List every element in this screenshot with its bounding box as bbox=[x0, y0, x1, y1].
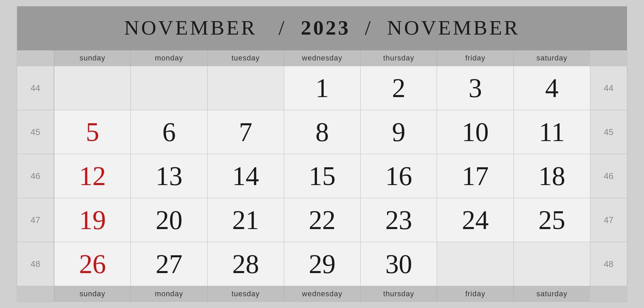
separator1: / bbox=[279, 16, 286, 39]
week-number-45-left: 45 bbox=[17, 110, 54, 154]
week-number-46-right: 46 bbox=[590, 154, 627, 198]
footer-thursday: thursday bbox=[360, 286, 437, 302]
day-cell-10[interactable]: 10 bbox=[437, 110, 513, 154]
calendar-grid: 44 1 2 3 4 44 45 5 6 7 8 9 10 11 45 46 1… bbox=[17, 66, 627, 286]
month-right: NOVEMBER bbox=[387, 16, 520, 39]
day-cell-16[interactable]: 16 bbox=[360, 154, 437, 198]
day-cell-6[interactable]: 6 bbox=[130, 110, 207, 154]
day-cell-26[interactable]: 26 bbox=[54, 242, 130, 286]
footer-friday: friday bbox=[437, 286, 513, 302]
header-wednesday: wednesday bbox=[284, 50, 360, 66]
day-cell-empty-sat[interactable] bbox=[514, 242, 590, 286]
day-cell-28[interactable]: 28 bbox=[207, 242, 284, 286]
header-saturday: saturday bbox=[514, 50, 590, 66]
week-row-48: 48 26 27 28 29 30 48 bbox=[17, 242, 627, 286]
day-cell-9[interactable]: 9 bbox=[360, 110, 437, 154]
week-row-46: 46 12 13 14 15 16 17 18 46 bbox=[17, 154, 627, 198]
week-header-spacer-right bbox=[590, 50, 627, 66]
day-cell-empty[interactable] bbox=[207, 66, 284, 110]
day-cell-29[interactable]: 29 bbox=[284, 242, 360, 286]
week-number-47-left: 47 bbox=[17, 198, 54, 242]
day-cell-13[interactable]: 13 bbox=[130, 154, 207, 198]
day-cell-25[interactable]: 25 bbox=[514, 198, 590, 242]
week-number-47-right: 47 bbox=[590, 198, 627, 242]
week-number-48-left: 48 bbox=[17, 242, 54, 286]
week-number-45-right: 45 bbox=[590, 110, 627, 154]
header-tuesday: tuesday bbox=[207, 50, 284, 66]
day-cell-18[interactable]: 18 bbox=[514, 154, 590, 198]
week-number-46-left: 46 bbox=[17, 154, 54, 198]
month-left: NOVEMBER bbox=[124, 16, 257, 39]
day-cell-12[interactable]: 12 bbox=[54, 154, 130, 198]
day-cell-20[interactable]: 20 bbox=[130, 198, 207, 242]
day-cell-7[interactable]: 7 bbox=[207, 110, 284, 154]
day-cell-empty-fri[interactable] bbox=[437, 242, 513, 286]
week-footer-spacer-left bbox=[17, 286, 54, 302]
week-number-44-right: 44 bbox=[590, 66, 627, 110]
day-cell-5[interactable]: 5 bbox=[54, 110, 130, 154]
header-sunday: sunday bbox=[54, 50, 130, 66]
day-cell-23[interactable]: 23 bbox=[360, 198, 437, 242]
footer-wednesday: wednesday bbox=[284, 286, 360, 302]
day-cell-empty[interactable] bbox=[54, 66, 130, 110]
day-cell-27[interactable]: 27 bbox=[130, 242, 207, 286]
day-cell-17[interactable]: 17 bbox=[437, 154, 513, 198]
calendar: NOVEMBER / 2023 / NOVEMBER sunday monday… bbox=[17, 6, 627, 302]
week-row-44: 44 1 2 3 4 44 bbox=[17, 66, 627, 110]
week-footer-spacer-right bbox=[590, 286, 627, 302]
week-row-45: 45 5 6 7 8 9 10 11 45 bbox=[17, 110, 627, 154]
week-number-44-left: 44 bbox=[17, 66, 54, 110]
week-number-48-right: 48 bbox=[590, 242, 627, 286]
day-cell-19[interactable]: 19 bbox=[54, 198, 130, 242]
day-cell-8[interactable]: 8 bbox=[284, 110, 360, 154]
day-cell-11[interactable]: 11 bbox=[514, 110, 590, 154]
day-cell-21[interactable]: 21 bbox=[207, 198, 284, 242]
header-title: NOVEMBER / 2023 / NOVEMBER bbox=[124, 16, 520, 39]
header-monday: monday bbox=[130, 50, 207, 66]
day-cell-3[interactable]: 3 bbox=[437, 66, 513, 110]
day-cell-30[interactable]: 30 bbox=[360, 242, 437, 286]
day-cell-14[interactable]: 14 bbox=[207, 154, 284, 198]
day-cell-15[interactable]: 15 bbox=[284, 154, 360, 198]
day-headers-bottom: sunday monday tuesday wednesday thursday… bbox=[17, 286, 627, 302]
separator2: / bbox=[365, 16, 373, 39]
calendar-header: NOVEMBER / 2023 / NOVEMBER bbox=[17, 6, 627, 50]
day-cell-24[interactable]: 24 bbox=[437, 198, 513, 242]
day-headers-top: sunday monday tuesday wednesday thursday… bbox=[17, 50, 627, 66]
footer-tuesday: tuesday bbox=[207, 286, 284, 302]
footer-saturday: saturday bbox=[514, 286, 590, 302]
day-cell-4[interactable]: 4 bbox=[514, 66, 590, 110]
week-row-47: 47 19 20 21 22 23 24 25 47 bbox=[17, 198, 627, 242]
day-cell-1[interactable]: 1 bbox=[284, 66, 360, 110]
header-thursday: thursday bbox=[360, 50, 437, 66]
header-friday: friday bbox=[437, 50, 513, 66]
day-cell-2[interactable]: 2 bbox=[360, 66, 437, 110]
day-cell-22[interactable]: 22 bbox=[284, 198, 360, 242]
year: 2023 bbox=[301, 16, 351, 39]
day-cell-empty[interactable] bbox=[130, 66, 207, 110]
footer-monday: monday bbox=[130, 286, 207, 302]
footer-sunday: sunday bbox=[54, 286, 130, 302]
week-header-spacer-left bbox=[17, 50, 54, 66]
